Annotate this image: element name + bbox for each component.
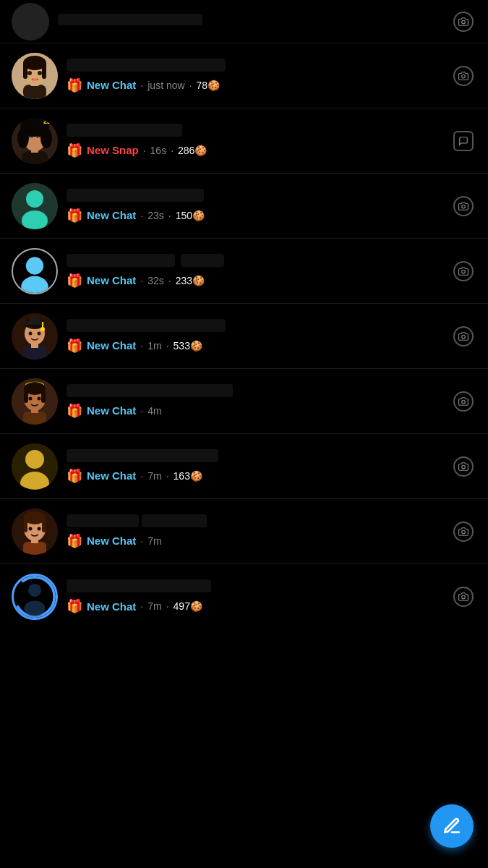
camera-button[interactable]: [450, 454, 476, 480]
chat-item-8[interactable]: 🎁 New Chat · 7m · 497🍪: [0, 564, 488, 629]
chat-meta: 🎁 New Chat · 1m · 533🍪: [67, 338, 450, 354]
chat-time: 7m: [147, 470, 161, 482]
chat-content: 🎁 New Chat · 23s · 150🍪: [67, 189, 450, 224]
chat-content: 🎁 New Chat · 1m · 533🍪: [67, 319, 450, 354]
chat-item-2[interactable]: 🎁 New Chat · 23s · 150🍪: [0, 174, 488, 239]
chat-item-0[interactable]: 🎁 New Chat · just now · 78🍪: [0, 43, 488, 109]
svg-point-64: [462, 530, 466, 534]
svg-rect-6: [23, 63, 27, 79]
chat-item-5[interactable]: 🎁 New Chat · 4m: [0, 369, 488, 434]
username-bar: [58, 14, 202, 25]
camera-button[interactable]: [450, 323, 476, 349]
chat-meta: 🎁 New Chat · 4m: [67, 403, 450, 419]
username-area: [67, 514, 450, 527]
camera-button[interactable]: [450, 63, 476, 89]
chat-dot-2: ·: [168, 210, 171, 221]
chat-status-label: New Chat: [87, 339, 136, 352]
snap-icon: 🎁: [67, 403, 82, 419]
chat-time: 4m: [147, 405, 161, 417]
chat-time: 7m: [147, 600, 161, 612]
svg-point-0: [462, 20, 466, 24]
chat-time: 7m: [147, 535, 161, 547]
chat-item-top-partial[interactable]: [0, 0, 488, 43]
chat-dot: ·: [140, 535, 143, 547]
camera-button[interactable]: [450, 584, 476, 610]
svg-rect-41: [23, 412, 46, 425]
chat-time: just now: [147, 80, 184, 91]
avatar: zzz: [12, 118, 58, 164]
username-area: [67, 254, 450, 267]
chat-status-label: New Chat: [87, 600, 136, 613]
chat-time: 1m: [147, 340, 161, 352]
svg-rect-61: [42, 519, 46, 532]
chat-streak: 150🍪: [176, 210, 205, 221]
username-bar: [67, 319, 226, 332]
chat-item-1[interactable]: zzz 🎁 New Snap · 16s · 286🍪: [0, 109, 488, 174]
chat-content: 🎁 New Chat · 32s · 233🍪: [67, 254, 450, 289]
chat-dot-2: ·: [166, 470, 169, 482]
svg-point-26: [462, 270, 466, 273]
svg-rect-46: [41, 390, 46, 403]
chat-meta: 🎁 New Snap · 16s · 286🍪: [67, 142, 450, 158]
avatar: [12, 443, 58, 490]
chat-status-label: New Snap: [87, 144, 139, 156]
avatar: [12, 183, 58, 229]
camera-button[interactable]: [450, 519, 476, 545]
svg-rect-56: [23, 542, 46, 555]
avatar-container: [12, 574, 58, 620]
compose-button[interactable]: [430, 804, 474, 848]
username-bar: [67, 124, 182, 137]
svg-point-24: [26, 257, 43, 274]
chat-item-7[interactable]: 🎁 New Chat · 7m: [0, 499, 488, 564]
avatar: [12, 53, 58, 99]
svg-point-10: [33, 78, 37, 81]
avatar-container: [12, 509, 58, 555]
chat-meta: 🎁 New Chat · just now · 78🍪: [67, 77, 450, 93]
chat-item-4[interactable]: 🎁 New Chat · 1m · 533🍪: [0, 304, 488, 369]
svg-point-53: [462, 465, 466, 469]
avatar-container: [12, 248, 58, 294]
svg-point-38: [462, 335, 466, 339]
camera-button[interactable]: [450, 388, 476, 414]
snap-icon: 🎁: [67, 208, 82, 224]
chat-streak: 233🍪: [176, 275, 205, 286]
username-bar: [67, 449, 218, 462]
camera-button[interactable]: [450, 258, 476, 284]
camera-button[interactable]: [450, 9, 476, 35]
svg-point-62: [29, 527, 33, 530]
chat-content: 🎁 New Chat · 7m · 497🍪: [67, 579, 450, 614]
chat-streak: 533🍪: [174, 340, 202, 352]
svg-point-36: [29, 331, 33, 335]
message-button[interactable]: [450, 128, 476, 154]
avatar: [12, 378, 58, 425]
camera-icon: [453, 522, 474, 542]
chat-item-3[interactable]: 🎁 New Chat · 32s · 233🍪: [0, 239, 488, 304]
svg-rect-28: [23, 346, 46, 359]
chat-dot: ·: [140, 405, 143, 417]
svg-point-49: [462, 400, 466, 404]
camera-button[interactable]: [450, 193, 476, 219]
svg-point-35: [40, 327, 45, 331]
svg-rect-2: [23, 85, 46, 99]
username-bar: [67, 384, 233, 397]
username-bar-extra: [142, 514, 207, 527]
camera-icon: [453, 261, 474, 281]
snap-icon: 🎁: [67, 533, 82, 549]
snap-icon: 🎁: [67, 273, 82, 289]
chat-dot-2: ·: [166, 600, 169, 612]
chat-dot: ·: [140, 340, 143, 352]
svg-point-66: [28, 584, 41, 597]
avatar-container: [12, 443, 58, 490]
chat-dot: ·: [140, 275, 143, 286]
svg-point-21: [26, 190, 43, 208]
camera-icon: [453, 196, 474, 216]
chat-meta: 🎁 New Chat · 32s · 233🍪: [67, 273, 450, 289]
camera-icon: [453, 12, 474, 32]
svg-point-67: [25, 600, 46, 616]
chat-item-6[interactable]: 🎁 New Chat · 7m · 163🍪: [0, 434, 488, 499]
chat-time: 23s: [147, 210, 164, 221]
avatar-container: [12, 53, 58, 99]
snap-icon: 🎁: [67, 338, 82, 354]
svg-point-51: [25, 450, 44, 469]
svg-point-25: [21, 276, 48, 292]
